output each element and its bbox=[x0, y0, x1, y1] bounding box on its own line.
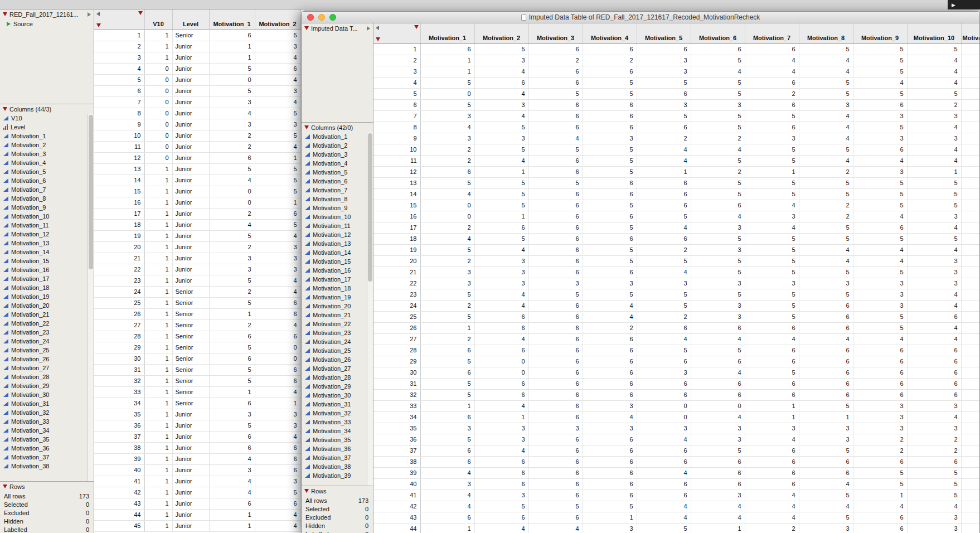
data-cell[interactable]: 5 bbox=[255, 163, 300, 175]
column-list-item[interactable]: Motivation_27 bbox=[302, 364, 367, 373]
data-cell[interactable] bbox=[961, 177, 979, 188]
data-cell[interactable]: 0 bbox=[420, 200, 474, 211]
column-list-item[interactable]: Motivation_32 bbox=[302, 409, 367, 418]
column-list-item[interactable]: Motivation_9 bbox=[0, 203, 88, 212]
data-cell[interactable]: 6 bbox=[528, 66, 583, 77]
data-cell[interactable]: Junior bbox=[172, 41, 209, 52]
data-cell[interactable]: 3 bbox=[474, 55, 528, 66]
row-number[interactable]: 42 bbox=[94, 487, 144, 498]
row-number[interactable]: 28 bbox=[373, 345, 420, 356]
data-cell[interactable]: Junior bbox=[172, 197, 209, 208]
data-cell[interactable]: 6 bbox=[474, 378, 528, 389]
data-cell[interactable]: 0 bbox=[474, 367, 528, 378]
data-cell[interactable]: 5 bbox=[420, 77, 474, 88]
data-cell[interactable]: 4 bbox=[255, 520, 300, 531]
row-number[interactable]: 44 bbox=[373, 523, 420, 533]
data-cell[interactable]: 6 bbox=[583, 445, 637, 456]
data-cell[interactable]: 5 bbox=[799, 400, 853, 411]
data-cell[interactable]: 4 bbox=[209, 453, 255, 464]
row-number[interactable]: 5 bbox=[373, 88, 420, 99]
data-cell[interactable]: 0 bbox=[420, 88, 474, 99]
data-cell[interactable]: 5 bbox=[420, 389, 474, 400]
column-list-item[interactable]: Motivation_8 bbox=[0, 194, 88, 203]
data-cell[interactable]: 6 bbox=[583, 188, 637, 200]
column-list-item[interactable]: Motivation_36 bbox=[0, 444, 88, 453]
data-cell[interactable]: 6 bbox=[745, 99, 799, 110]
data-cell[interactable]: 4 bbox=[528, 523, 583, 533]
column-header[interactable]: Motivation_6 bbox=[691, 23, 745, 43]
data-cell[interactable]: 3 bbox=[853, 400, 907, 411]
data-cell[interactable]: 3 bbox=[637, 66, 691, 77]
data-cell[interactable]: 6 bbox=[420, 345, 474, 356]
data-cell[interactable]: 0 bbox=[420, 211, 474, 222]
column-header[interactable]: Level bbox=[172, 9, 209, 30]
data-cell[interactable]: 5 bbox=[853, 266, 907, 278]
data-cell[interactable]: 2 bbox=[637, 133, 691, 144]
data-cell[interactable]: 6 bbox=[799, 367, 853, 378]
row-number[interactable]: 1 bbox=[373, 43, 420, 55]
data-cell[interactable]: 3 bbox=[745, 423, 799, 434]
row-number[interactable]: 43 bbox=[373, 512, 420, 523]
data-cell[interactable]: 3 bbox=[255, 119, 300, 130]
data-cell[interactable]: 2 bbox=[583, 55, 637, 66]
row-number[interactable]: 20 bbox=[94, 241, 144, 253]
data-cell[interactable]: 4 bbox=[907, 244, 961, 255]
data-cell[interactable] bbox=[961, 378, 979, 389]
data-cell[interactable]: Junior bbox=[172, 409, 209, 420]
row-number[interactable]: 36 bbox=[373, 434, 420, 445]
data-cell[interactable]: 5 bbox=[907, 490, 961, 501]
data-cell[interactable]: 5 bbox=[420, 244, 474, 255]
row-number[interactable]: 21 bbox=[373, 266, 420, 278]
data-cell[interactable]: 5 bbox=[637, 255, 691, 266]
data-cell[interactable]: 6 bbox=[637, 445, 691, 456]
row-number[interactable]: 4 bbox=[94, 63, 144, 74]
column-list-item[interactable]: Motivation_9 bbox=[302, 203, 367, 212]
data-cell[interactable] bbox=[961, 490, 979, 501]
data-cell[interactable]: 4 bbox=[209, 175, 255, 186]
data-cell[interactable]: 5 bbox=[209, 342, 255, 353]
data-cell[interactable]: 6 bbox=[691, 322, 745, 333]
data-cell[interactable]: 5 bbox=[255, 130, 300, 141]
data-cell[interactable]: 6 bbox=[474, 512, 528, 523]
data-cell[interactable] bbox=[961, 77, 979, 88]
data-cell[interactable]: 6 bbox=[583, 456, 637, 467]
data-cell[interactable]: 5 bbox=[209, 297, 255, 308]
data-cell[interactable] bbox=[961, 188, 979, 200]
data-cell[interactable]: 3 bbox=[637, 278, 691, 289]
data-cell[interactable]: 6 bbox=[528, 345, 583, 356]
data-cell[interactable]: 3 bbox=[691, 311, 745, 322]
column-header[interactable]: Motivation_3 bbox=[528, 23, 583, 43]
data-cell[interactable] bbox=[961, 300, 979, 311]
data-cell[interactable]: 4 bbox=[255, 141, 300, 152]
column-list-item[interactable]: Motivation_5 bbox=[0, 167, 88, 176]
data-cell[interactable]: 3 bbox=[907, 400, 961, 411]
data-cell[interactable]: 5 bbox=[474, 233, 528, 244]
column-list-item[interactable]: Motivation_1 bbox=[0, 132, 88, 140]
data-cell[interactable]: 4 bbox=[474, 289, 528, 300]
data-cell[interactable]: 6 bbox=[583, 356, 637, 367]
column-list-item[interactable]: Motivation_6 bbox=[0, 176, 88, 185]
rows-menu-icon[interactable] bbox=[376, 37, 380, 41]
data-cell[interactable]: 6 bbox=[528, 255, 583, 266]
data-cell[interactable]: 3 bbox=[799, 99, 853, 110]
row-number[interactable]: 5 bbox=[94, 74, 144, 85]
row-number[interactable]: 40 bbox=[94, 464, 144, 476]
row-number[interactable]: 29 bbox=[94, 342, 144, 353]
data-cell[interactable]: 4 bbox=[853, 501, 907, 512]
data-cell[interactable]: 1 bbox=[745, 166, 799, 177]
data-cell[interactable]: 6 bbox=[209, 30, 255, 41]
data-cell[interactable]: 5 bbox=[583, 88, 637, 99]
data-cell[interactable]: 1 bbox=[420, 400, 474, 411]
data-cell[interactable]: 1 bbox=[474, 211, 528, 222]
data-cell[interactable]: 1 bbox=[745, 400, 799, 411]
red-triangle-menu-icon[interactable] bbox=[3, 12, 7, 16]
data-cell[interactable]: 4 bbox=[799, 501, 853, 512]
data-cell[interactable]: 5 bbox=[907, 467, 961, 478]
data-cell[interactable]: 5 bbox=[745, 155, 799, 166]
column-header[interactable]: Motivation_10 bbox=[907, 23, 961, 43]
data-cell[interactable]: 2 bbox=[799, 211, 853, 222]
data-cell[interactable]: Junior bbox=[172, 464, 209, 476]
data-cell[interactable]: 4 bbox=[745, 333, 799, 345]
data-cell[interactable]: 6 bbox=[907, 367, 961, 378]
data-cell[interactable]: Junior bbox=[172, 63, 209, 74]
